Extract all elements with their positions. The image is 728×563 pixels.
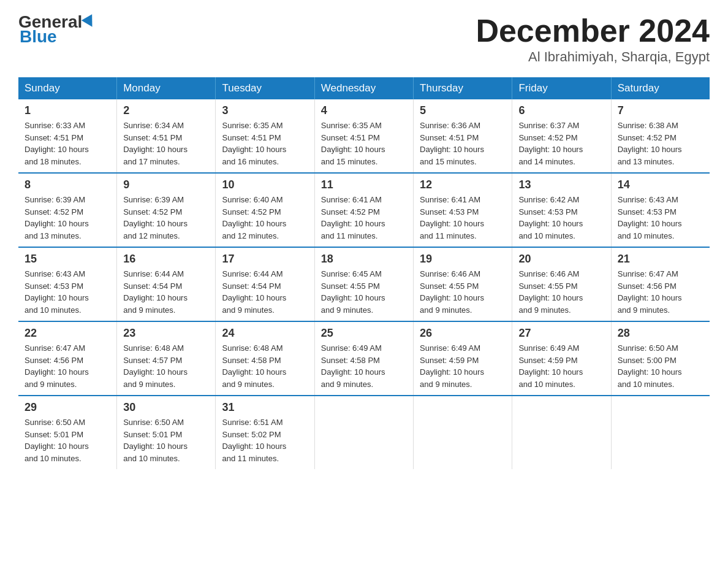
calendar-cell: 12 Sunrise: 6:41 AM Sunset: 4:53 PM Dayl… [414,173,512,247]
day-info: Sunrise: 6:37 AM Sunset: 4:52 PM Dayligh… [518,120,604,167]
calendar-cell: 6 Sunrise: 6:37 AM Sunset: 4:52 PM Dayli… [512,99,611,173]
calendar-cell: 19 Sunrise: 6:46 AM Sunset: 4:55 PM Dayl… [414,247,512,321]
day-number: 1 [25,104,110,117]
calendar-cell: 13 Sunrise: 6:42 AM Sunset: 4:53 PM Dayl… [512,173,611,247]
calendar-cell: 27 Sunrise: 6:49 AM Sunset: 4:59 PM Dayl… [512,321,611,396]
day-info: Sunrise: 6:43 AM Sunset: 4:53 PM Dayligh… [25,268,110,316]
day-number: 14 [618,178,703,191]
day-number: 5 [420,104,506,117]
header-sunday: Sunday [18,77,117,99]
calendar-cell: 11 Sunrise: 6:41 AM Sunset: 4:52 PM Dayl… [314,173,413,247]
day-info: Sunrise: 6:49 AM Sunset: 4:58 PM Dayligh… [321,342,407,390]
calendar-cell: 26 Sunrise: 6:49 AM Sunset: 4:59 PM Dayl… [414,321,512,396]
calendar-cell: 29 Sunrise: 6:50 AM Sunset: 5:01 PM Dayl… [18,396,117,469]
calendar-table: SundayMondayTuesdayWednesdayThursdayFrid… [18,77,710,469]
day-info: Sunrise: 6:41 AM Sunset: 4:53 PM Dayligh… [420,194,506,242]
calendar-week-row: 1 Sunrise: 6:33 AM Sunset: 4:51 PM Dayli… [18,99,710,173]
day-number: 8 [25,178,110,191]
header-saturday: Saturday [611,77,710,99]
logo-arrow-icon [82,14,97,30]
day-number: 4 [321,104,407,117]
location-title: Al Ibrahimiyah, Sharqia, Egypt [476,49,710,65]
day-info: Sunrise: 6:35 AM Sunset: 4:51 PM Dayligh… [222,120,308,167]
calendar-cell: 4 Sunrise: 6:35 AM Sunset: 4:51 PM Dayli… [314,99,413,173]
day-number: 9 [123,178,209,191]
calendar-cell [512,396,611,469]
day-info: Sunrise: 6:44 AM Sunset: 4:54 PM Dayligh… [222,268,308,316]
calendar-cell: 7 Sunrise: 6:38 AM Sunset: 4:52 PM Dayli… [611,99,710,173]
day-info: Sunrise: 6:48 AM Sunset: 4:58 PM Dayligh… [222,342,308,390]
day-info: Sunrise: 6:34 AM Sunset: 4:51 PM Dayligh… [123,120,209,167]
day-info: Sunrise: 6:35 AM Sunset: 4:51 PM Dayligh… [321,120,407,167]
calendar-week-row: 8 Sunrise: 6:39 AM Sunset: 4:52 PM Dayli… [18,173,710,247]
day-info: Sunrise: 6:39 AM Sunset: 4:52 PM Dayligh… [25,194,110,242]
calendar-cell [314,396,413,469]
day-number: 6 [518,104,604,117]
calendar-cell: 2 Sunrise: 6:34 AM Sunset: 4:51 PM Dayli… [117,99,216,173]
day-info: Sunrise: 6:49 AM Sunset: 4:59 PM Dayligh… [518,342,604,390]
calendar-week-row: 29 Sunrise: 6:50 AM Sunset: 5:01 PM Dayl… [18,396,710,469]
day-info: Sunrise: 6:44 AM Sunset: 4:54 PM Dayligh… [123,268,209,316]
calendar-week-row: 15 Sunrise: 6:43 AM Sunset: 4:53 PM Dayl… [18,247,710,321]
calendar-cell: 28 Sunrise: 6:50 AM Sunset: 5:00 PM Dayl… [611,321,710,396]
day-info: Sunrise: 6:33 AM Sunset: 4:51 PM Dayligh… [25,120,110,167]
header-wednesday: Wednesday [314,77,413,99]
header-tuesday: Tuesday [216,77,314,99]
day-number: 27 [518,327,604,340]
day-number: 3 [222,104,308,117]
calendar-cell: 1 Sunrise: 6:33 AM Sunset: 4:51 PM Dayli… [18,99,117,173]
logo: General Blue [18,12,97,47]
day-number: 12 [420,178,506,191]
day-number: 30 [123,401,209,414]
calendar-cell: 18 Sunrise: 6:45 AM Sunset: 4:55 PM Dayl… [314,247,413,321]
day-info: Sunrise: 6:47 AM Sunset: 4:56 PM Dayligh… [618,268,703,316]
calendar-cell: 30 Sunrise: 6:50 AM Sunset: 5:01 PM Dayl… [117,396,216,469]
calendar-cell: 14 Sunrise: 6:43 AM Sunset: 4:53 PM Dayl… [611,173,710,247]
day-number: 16 [123,253,209,266]
day-number: 22 [25,327,110,340]
day-info: Sunrise: 6:45 AM Sunset: 4:55 PM Dayligh… [321,268,407,316]
day-number: 10 [222,178,308,191]
day-number: 13 [518,178,604,191]
day-number: 20 [518,253,604,266]
day-info: Sunrise: 6:43 AM Sunset: 4:53 PM Dayligh… [618,194,703,242]
calendar-cell: 31 Sunrise: 6:51 AM Sunset: 5:02 PM Dayl… [216,396,314,469]
calendar-cell: 5 Sunrise: 6:36 AM Sunset: 4:51 PM Dayli… [414,99,512,173]
day-info: Sunrise: 6:46 AM Sunset: 4:55 PM Dayligh… [420,268,506,316]
title-section: December 2024 Al Ibrahimiyah, Sharqia, E… [476,12,710,65]
calendar-cell: 8 Sunrise: 6:39 AM Sunset: 4:52 PM Dayli… [18,173,117,247]
day-info: Sunrise: 6:39 AM Sunset: 4:52 PM Dayligh… [123,194,209,242]
day-info: Sunrise: 6:51 AM Sunset: 5:02 PM Dayligh… [222,416,308,464]
calendar-cell: 3 Sunrise: 6:35 AM Sunset: 4:51 PM Dayli… [216,99,314,173]
calendar-cell: 16 Sunrise: 6:44 AM Sunset: 4:54 PM Dayl… [117,247,216,321]
day-info: Sunrise: 6:50 AM Sunset: 5:00 PM Dayligh… [618,342,703,390]
day-info: Sunrise: 6:46 AM Sunset: 4:55 PM Dayligh… [518,268,604,316]
day-info: Sunrise: 6:50 AM Sunset: 5:01 PM Dayligh… [123,416,209,464]
calendar-header-row: SundayMondayTuesdayWednesdayThursdayFrid… [18,77,710,99]
day-info: Sunrise: 6:49 AM Sunset: 4:59 PM Dayligh… [420,342,506,390]
day-info: Sunrise: 6:41 AM Sunset: 4:52 PM Dayligh… [321,194,407,242]
day-number: 24 [222,327,308,340]
day-info: Sunrise: 6:48 AM Sunset: 4:57 PM Dayligh… [123,342,209,390]
day-number: 2 [123,104,209,117]
calendar-cell: 23 Sunrise: 6:48 AM Sunset: 4:57 PM Dayl… [117,321,216,396]
day-info: Sunrise: 6:47 AM Sunset: 4:56 PM Dayligh… [25,342,110,390]
day-info: Sunrise: 6:36 AM Sunset: 4:51 PM Dayligh… [420,120,506,167]
header-friday: Friday [512,77,611,99]
header-thursday: Thursday [414,77,512,99]
day-info: Sunrise: 6:50 AM Sunset: 5:01 PM Dayligh… [25,416,110,464]
month-title: December 2024 [476,12,710,49]
day-number: 19 [420,253,506,266]
day-number: 7 [618,104,703,117]
day-number: 31 [222,401,308,414]
calendar-cell: 20 Sunrise: 6:46 AM Sunset: 4:55 PM Dayl… [512,247,611,321]
calendar-cell: 24 Sunrise: 6:48 AM Sunset: 4:58 PM Dayl… [216,321,314,396]
calendar-cell [611,396,710,469]
day-number: 17 [222,253,308,266]
calendar-cell [414,396,512,469]
header-monday: Monday [117,77,216,99]
calendar-cell: 17 Sunrise: 6:44 AM Sunset: 4:54 PM Dayl… [216,247,314,321]
calendar-cell: 10 Sunrise: 6:40 AM Sunset: 4:52 PM Dayl… [216,173,314,247]
day-number: 23 [123,327,209,340]
day-number: 11 [321,178,407,191]
